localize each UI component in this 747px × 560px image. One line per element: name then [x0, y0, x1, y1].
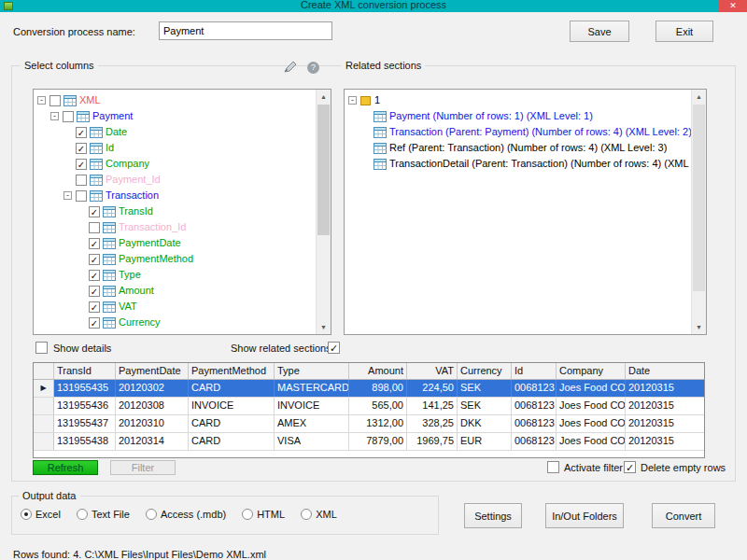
- tree-item-amount[interactable]: ✓Amount: [34, 283, 316, 299]
- convert-button[interactable]: Convert: [652, 503, 715, 528]
- tree-checkbox[interactable]: ✓: [89, 206, 100, 217]
- column-header-paymentdate[interactable]: PaymentDate: [116, 363, 189, 379]
- tree-item-transid[interactable]: ✓TransId: [34, 203, 316, 219]
- grid-cell[interactable]: CARD: [189, 380, 275, 397]
- collapse-icon[interactable]: -: [348, 96, 357, 105]
- tree-item-payment-number-of-rows-1-xml-l[interactable]: Payment (Number of rows: 1) (XML Level: …: [345, 108, 691, 124]
- tree-checkbox[interactable]: [63, 111, 74, 122]
- grid-cell[interactable]: 20120315: [626, 415, 705, 432]
- collapse-icon[interactable]: -: [63, 191, 72, 200]
- column-header-id[interactable]: Id: [512, 363, 557, 379]
- radio-label[interactable]: Text File: [92, 509, 130, 520]
- radio-html[interactable]: HTML: [242, 509, 285, 520]
- grid-cell[interactable]: Joes Food CO: [557, 433, 626, 450]
- exit-button[interactable]: Exit: [655, 21, 713, 42]
- tree-checkbox[interactable]: ✓: [89, 317, 100, 329]
- radio-button-icon[interactable]: [301, 509, 312, 520]
- grid-cell[interactable]: 131955437: [54, 415, 116, 432]
- tree-checkbox[interactable]: [76, 190, 87, 202]
- tree-checkbox[interactable]: ✓: [89, 301, 100, 313]
- tree-item-transaction[interactable]: -Transaction: [34, 188, 316, 203]
- row-header[interactable]: ▶: [34, 380, 54, 397]
- tree-checkbox[interactable]: ✓: [76, 127, 87, 138]
- delete-empty-rows-label[interactable]: Delete empty rows: [641, 462, 726, 473]
- table-row[interactable]: 13195543820120314CARDVISA7879,001969,75E…: [34, 433, 704, 451]
- table-row[interactable]: 13195543720120310CARDAMEX1312,00328,25DK…: [34, 415, 704, 433]
- collapse-icon[interactable]: -: [50, 112, 59, 120]
- grid-cell[interactable]: 20120314: [116, 433, 189, 450]
- save-button[interactable]: Save: [570, 21, 629, 42]
- grid-cell[interactable]: DKK: [458, 415, 512, 432]
- column-header-vat[interactable]: VAT: [407, 363, 458, 379]
- column-header-date[interactable]: Date: [626, 363, 705, 379]
- grid-cell[interactable]: 20120315: [626, 398, 705, 414]
- column-header-currency[interactable]: Currency: [458, 363, 512, 379]
- grid-cell[interactable]: 20120302: [116, 380, 189, 397]
- radio-xml[interactable]: XML: [301, 509, 337, 520]
- grid-cell[interactable]: 0068123: [512, 433, 557, 450]
- grid-cell[interactable]: EUR: [458, 433, 512, 450]
- grid-cell[interactable]: Joes Food CO: [557, 398, 626, 414]
- tree-item-xml[interactable]: -XML: [34, 92, 316, 108]
- show-related-checkbox[interactable]: ✓: [328, 342, 340, 354]
- grid-cell[interactable]: SEK: [458, 380, 512, 397]
- radio-button-icon[interactable]: [77, 509, 88, 520]
- tree-item-1[interactable]: -1: [345, 92, 691, 108]
- radio-label[interactable]: HTML: [257, 509, 285, 520]
- grid-cell[interactable]: MASTERCARD: [275, 380, 349, 397]
- scrollbar-thumb[interactable]: [317, 105, 330, 235]
- grid-cell[interactable]: CARD: [189, 415, 275, 432]
- scrollbar-thumb[interactable]: [693, 105, 705, 291]
- related-sections-scrollbar[interactable]: ▲ ▼: [691, 90, 706, 334]
- grid-cell[interactable]: 0068123: [512, 415, 557, 432]
- scroll-down-icon[interactable]: ▼: [317, 320, 331, 334]
- help-icon[interactable]: ?: [307, 62, 319, 74]
- row-header[interactable]: [34, 433, 54, 450]
- grid-cell[interactable]: 131955436: [54, 398, 116, 414]
- show-related-label[interactable]: Show related sections: [231, 343, 331, 354]
- grid-cell[interactable]: 224,50: [407, 380, 458, 397]
- grid-cell[interactable]: 0068123: [512, 380, 557, 397]
- refresh-button[interactable]: Refresh: [33, 460, 98, 475]
- radio-button-icon[interactable]: [242, 509, 253, 520]
- tree-item-payment[interactable]: -Payment: [34, 108, 316, 124]
- tree-item-company[interactable]: ✓Company: [34, 156, 316, 172]
- tree-item-payment-id[interactable]: Payment_Id: [34, 172, 316, 188]
- tree-item-transaction-parent-payment-num[interactable]: Transaction (Parent: Payment) (Number of…: [345, 124, 691, 140]
- radio-button-icon[interactable]: [146, 509, 157, 520]
- column-header-amount[interactable]: Amount: [349, 363, 407, 379]
- show-details-checkbox[interactable]: [35, 342, 48, 354]
- grid-cell[interactable]: 131955438: [54, 433, 116, 450]
- grid-cell[interactable]: Joes Food CO: [557, 380, 626, 397]
- tree-item-transaction-id[interactable]: Transaction_Id: [34, 219, 316, 235]
- grid-cell[interactable]: 20120315: [626, 433, 705, 450]
- design-brush-icon[interactable]: [282, 60, 298, 76]
- table-row[interactable]: 13195543620120308INVOICEINVOICE565,00141…: [34, 398, 704, 415]
- grid-cell[interactable]: AMEX: [275, 415, 349, 432]
- tree-checkbox[interactable]: [49, 95, 61, 106]
- scroll-up-icon[interactable]: ▲: [692, 90, 706, 104]
- radio-excel[interactable]: Excel: [21, 509, 61, 520]
- tree-checkbox[interactable]: ✓: [89, 286, 100, 297]
- settings-button[interactable]: Settings: [464, 503, 522, 528]
- grid-cell[interactable]: 20120315: [626, 380, 705, 397]
- tree-item-transactiondetail-parent-trans[interactable]: TransactionDetail (Parent: Transaction) …: [345, 156, 691, 172]
- show-details-label[interactable]: Show details: [53, 343, 111, 354]
- collapse-icon[interactable]: -: [37, 96, 46, 105]
- grid-cell[interactable]: 131955435: [54, 380, 116, 397]
- column-header-type[interactable]: Type: [275, 363, 349, 379]
- tree-item-vat[interactable]: ✓VAT: [34, 299, 316, 315]
- grid-cell[interactable]: 20120310: [116, 415, 189, 432]
- grid-cell[interactable]: INVOICE: [189, 398, 275, 414]
- select-columns-scrollbar[interactable]: ▲ ▼: [316, 90, 331, 334]
- tree-item-date[interactable]: ✓Date: [34, 124, 316, 140]
- grid-cell[interactable]: 1969,75: [407, 433, 458, 450]
- row-header[interactable]: [34, 398, 54, 414]
- tree-item-ref-parent-transaction-number-[interactable]: Ref (Parent: Transaction) (Number of row…: [345, 140, 691, 156]
- grid-cell[interactable]: 898,00: [349, 380, 407, 397]
- radio-label[interactable]: Excel: [35, 509, 61, 520]
- tree-checkbox[interactable]: ✓: [89, 270, 100, 281]
- grid-cell[interactable]: 0068123: [512, 398, 557, 414]
- grid-cell[interactable]: CARD: [189, 433, 275, 450]
- radio-text-file[interactable]: Text File: [77, 509, 130, 520]
